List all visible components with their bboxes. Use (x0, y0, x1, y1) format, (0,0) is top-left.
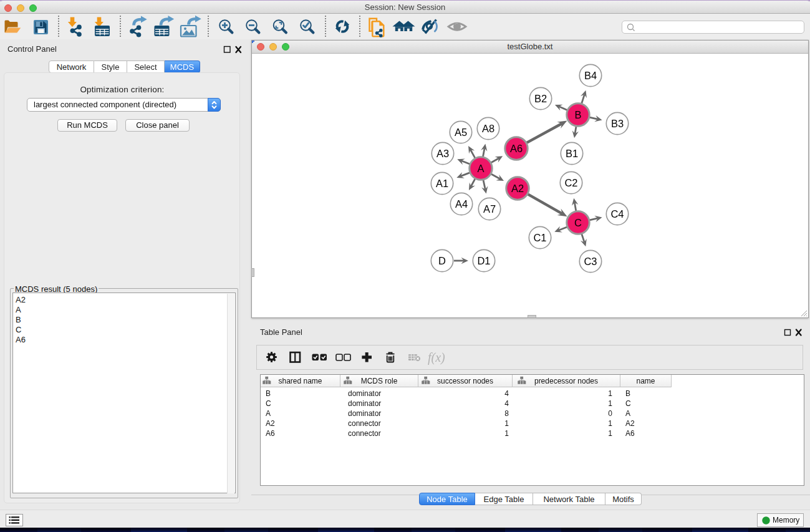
svg-text:A7: A7 (483, 203, 496, 215)
svg-text:B4: B4 (584, 70, 597, 81)
svg-text:B: B (574, 109, 581, 120)
svg-text:C1: C1 (533, 232, 546, 243)
svg-text:B2: B2 (534, 93, 547, 104)
svg-text:f(x): f(x) (428, 351, 445, 365)
svg-text:C3: C3 (584, 256, 597, 267)
svg-text:A6: A6 (510, 143, 523, 154)
svg-text:B3: B3 (611, 118, 624, 129)
svg-text:C4: C4 (610, 208, 624, 220)
svg-text:A4: A4 (455, 198, 468, 210)
svg-text:D1: D1 (477, 255, 490, 266)
svg-text:A2: A2 (511, 183, 524, 194)
svg-text:A: A (477, 163, 484, 174)
svg-text:A8: A8 (482, 123, 494, 134)
svg-text:B1: B1 (566, 148, 578, 159)
svg-text:C: C (574, 217, 582, 228)
svg-text:A3: A3 (436, 148, 449, 159)
svg-text:C2: C2 (564, 177, 577, 188)
svg-text:A5: A5 (455, 127, 467, 138)
svg-text:A1: A1 (436, 178, 448, 189)
svg-text:D: D (438, 255, 446, 266)
